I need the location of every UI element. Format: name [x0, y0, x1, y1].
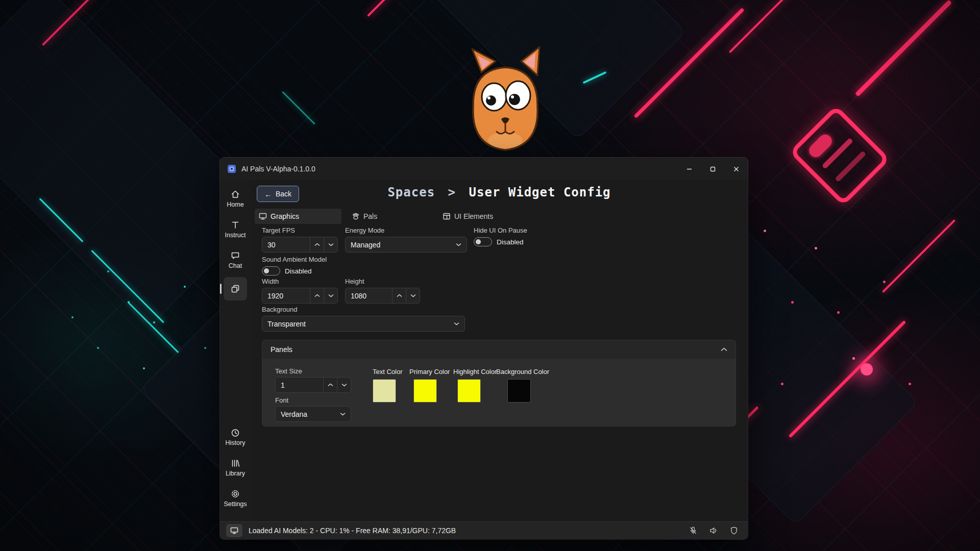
home-icon [230, 189, 240, 199]
text-color-label: Text Color [373, 368, 403, 375]
target-fps-label: Target FPS [262, 227, 338, 234]
tab-label: Graphics [271, 212, 299, 220]
sidebar-item-label: Home [227, 201, 243, 208]
toggle-knob [264, 268, 269, 273]
sound-ambient-model-state: Disabled [285, 267, 312, 275]
text-color-swatch[interactable] [373, 379, 396, 403]
sidebar-item-library[interactable]: Library [221, 454, 250, 481]
app-window: AI Pals V-Alpha-0.1.0.0 Home Instruct [220, 158, 748, 539]
target-fps-increment-button[interactable] [310, 237, 324, 252]
width-increment-button[interactable] [310, 288, 324, 303]
breadcrumb-current: User Widget Config [469, 185, 610, 199]
height-value: 1080 [346, 292, 392, 300]
status-actions [685, 524, 742, 537]
text-size-label: Text Size [275, 367, 351, 375]
shield-icon [729, 526, 739, 535]
sidebar-item-spaces[interactable] [224, 277, 247, 300]
page-title: Spaces > User Widget Config [251, 185, 748, 199]
sidebar-item-instruct[interactable]: Instruct [221, 216, 250, 242]
status-app-button[interactable] [226, 524, 242, 537]
width-field: Width 1920 [262, 278, 338, 304]
microphone-muted-button[interactable] [685, 524, 701, 537]
height-label: Height [345, 278, 420, 285]
breadcrumb-root[interactable]: Spaces [387, 185, 435, 199]
sidebar-item-home[interactable]: Home [221, 185, 250, 212]
history-clock-icon [230, 428, 240, 438]
sidebar-item-chat[interactable]: Chat [221, 246, 250, 273]
height-stepper[interactable]: 1080 [345, 288, 420, 304]
target-fps-stepper[interactable]: 30 [262, 237, 338, 253]
speaker-icon [709, 526, 718, 535]
tab-label: Pals [363, 212, 377, 220]
hide-ui-on-pause-label: Hide UI On Pause [474, 227, 527, 234]
width-stepper[interactable]: 1920 [262, 288, 338, 304]
height-increment-button[interactable] [392, 288, 406, 303]
tab-pals[interactable]: Pals [346, 209, 383, 224]
maximize-button[interactable] [701, 158, 724, 180]
mascot-pet-illustration [462, 46, 549, 153]
window-titlebar[interactable]: AI Pals V-Alpha-0.1.0.0 [220, 158, 748, 180]
breadcrumb-separator-icon: > [448, 185, 456, 199]
sidebar: Home Instruct Chat History Library [220, 180, 251, 521]
panels-section-title: Panels [271, 345, 292, 354]
tab-graphics[interactable]: Graphics [255, 209, 341, 224]
text-size-decrement-button[interactable] [337, 378, 351, 392]
highlight-color-swatch[interactable] [457, 379, 481, 403]
tab-ui-elements[interactable]: UI Elements [436, 209, 499, 224]
status-text: Loaded AI Models: 2 - CPU: 1% - Free RAM… [249, 527, 456, 535]
sidebar-item-label: Settings [224, 500, 247, 508]
hide-ui-on-pause-state: Disabled [497, 238, 524, 246]
sidebar-item-history[interactable]: History [221, 423, 250, 450]
font-label: Font [275, 396, 351, 404]
hide-ui-on-pause-field: Hide UI On Pause Disabled [474, 227, 527, 247]
target-fps-decrement-button[interactable] [324, 237, 337, 252]
library-books-icon [230, 458, 240, 468]
text-size-increment-button[interactable] [323, 378, 337, 392]
sidebar-item-settings[interactable]: Settings [221, 485, 250, 511]
panels-section-header[interactable]: Panels [262, 340, 736, 359]
chevron-up-icon[interactable] [721, 347, 727, 352]
text-color-field: Text Color [373, 368, 403, 403]
hide-ui-on-pause-toggle[interactable] [474, 237, 492, 246]
width-decrement-button[interactable] [324, 288, 337, 303]
primary-color-swatch[interactable] [413, 379, 437, 403]
target-fps-field: Target FPS 30 [262, 227, 338, 253]
primary-color-label: Primary Color [409, 368, 450, 375]
font-select[interactable]: Verdana [275, 406, 351, 422]
width-value: 1920 [262, 292, 310, 300]
stacked-panels-icon [230, 284, 240, 294]
chat-bubble-icon [230, 251, 240, 261]
chevron-down-icon [456, 243, 461, 246]
background-select[interactable]: Transparent [262, 316, 465, 332]
background-color-field: Background Color [496, 368, 549, 403]
font-field: Font Verdana [275, 396, 351, 422]
width-label: Width [262, 278, 338, 285]
text-size-field: Text Size 1 [275, 367, 351, 393]
target-fps-value: 30 [262, 241, 310, 249]
minimize-button[interactable] [677, 158, 701, 180]
sound-ambient-model-toggle[interactable] [262, 266, 280, 276]
tab-bar: Graphics Pals UI Elements [255, 209, 744, 224]
height-field: Height 1080 [345, 278, 420, 304]
microphone-muted-icon [689, 526, 698, 535]
panels-section-body: Text Size 1 Font Verdana [262, 359, 736, 426]
sidebar-item-label: Chat [229, 262, 242, 269]
height-decrement-button[interactable] [406, 288, 420, 303]
sidebar-item-label: Library [226, 470, 245, 477]
highlight-color-field: Highlight Color [453, 368, 497, 403]
background-color-label: Background Color [496, 368, 549, 375]
monitor-icon [230, 527, 238, 535]
ui-layout-icon [443, 212, 451, 220]
energy-mode-value: Managed [346, 241, 456, 249]
volume-button[interactable] [706, 524, 721, 537]
content-area: ← Back Spaces > User Widget Config Graph… [251, 180, 748, 521]
text-size-value: 1 [276, 381, 323, 389]
chevron-down-icon [340, 412, 346, 416]
close-button[interactable] [724, 158, 748, 180]
paw-icon [352, 212, 360, 220]
text-size-stepper[interactable]: 1 [275, 377, 351, 393]
background-label: Background [262, 306, 465, 313]
shield-button[interactable] [726, 524, 742, 537]
background-color-swatch[interactable] [507, 379, 531, 403]
energy-mode-select[interactable]: Managed [345, 237, 467, 253]
